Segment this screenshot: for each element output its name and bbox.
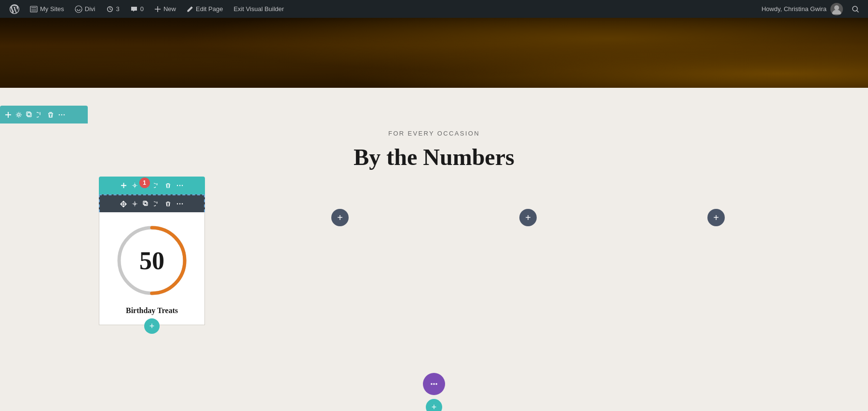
hero-image — [0, 18, 868, 88]
svg-point-4 — [18, 113, 20, 116]
section-more-icon[interactable] — [58, 111, 66, 118]
exit-builder-label: Exit Visual Builder — [233, 5, 284, 13]
numbers-section: FOR EVERY OCCASION By the Numbers — [0, 106, 868, 411]
section-power-icon[interactable] — [37, 111, 43, 118]
card-2-add-area: + — [246, 194, 434, 226]
new-menu[interactable]: New — [150, 0, 180, 18]
mod-settings-icon[interactable] — [132, 201, 138, 207]
card-number: 50 — [139, 247, 164, 275]
card-slot-1: 1 — [58, 194, 246, 358]
active-card-wrapper: 1 — [99, 194, 205, 325]
col-more-icon[interactable] — [176, 182, 184, 189]
svg-point-10 — [134, 185, 136, 187]
column-toolbar: 1 — [99, 177, 205, 194]
card-slot-2: + — [246, 194, 434, 358]
numbers-title: By the Numbers — [10, 144, 858, 170]
hero-texture — [0, 18, 868, 88]
bottom-purple-button[interactable] — [423, 373, 445, 395]
card-3-add-button[interactable]: + — [519, 209, 537, 226]
card-label: Birthday Treats — [107, 306, 197, 315]
svg-rect-5 — [27, 113, 31, 117]
card-box-1: 50 Birthday Treats — [99, 212, 205, 325]
mod-more-icon[interactable] — [176, 201, 184, 207]
search-icon[interactable] — [849, 2, 862, 16]
new-label: New — [163, 5, 176, 13]
cards-row: 1 — [10, 194, 858, 358]
card-2-add-button[interactable]: + — [331, 209, 349, 226]
circle-progress: 50 — [113, 222, 190, 299]
svg-point-19 — [177, 203, 178, 204]
comments-count: 0 — [140, 5, 144, 13]
card-4-add-button[interactable]: + — [707, 209, 725, 226]
divi-label: Divi — [85, 5, 95, 13]
updates-menu[interactable]: 3 — [102, 0, 123, 18]
svg-point-21 — [182, 203, 183, 204]
card-slot-4: + — [622, 194, 810, 358]
card-3-add-area: + — [434, 194, 622, 226]
mod-power-icon[interactable] — [154, 201, 160, 207]
svg-point-7 — [59, 114, 60, 115]
svg-rect-6 — [27, 112, 30, 116]
svg-point-2 — [834, 5, 839, 10]
svg-point-14 — [179, 185, 180, 186]
exit-builder-menu[interactable]: Exit Visual Builder — [230, 0, 288, 18]
my-sites-label: My Sites — [40, 5, 64, 13]
col-copy-icon[interactable]: 1 — [143, 182, 149, 189]
section-copy-icon[interactable] — [26, 111, 33, 118]
svg-point-1 — [75, 6, 82, 13]
bottom-add-area: + — [10, 358, 858, 411]
avatar[interactable] — [830, 3, 843, 15]
section-toolbar — [0, 106, 88, 123]
col-settings-icon[interactable] — [132, 182, 138, 189]
mod-copy-icon[interactable] — [143, 201, 149, 207]
svg-point-16 — [134, 203, 136, 205]
section-delete-icon[interactable] — [47, 111, 54, 118]
svg-point-13 — [176, 185, 177, 186]
my-sites-menu[interactable]: My Sites — [26, 0, 68, 18]
svg-rect-18 — [143, 201, 147, 205]
col-delete-icon[interactable] — [165, 182, 171, 189]
svg-point-8 — [61, 114, 63, 115]
wordpress-logo[interactable] — [6, 0, 23, 18]
svg-point-9 — [64, 114, 65, 115]
user-greeting: Howdy, Christina Gwira — [761, 5, 827, 13]
section-add-icon[interactable] — [5, 111, 12, 118]
svg-rect-17 — [144, 202, 148, 206]
updates-count: 3 — [116, 5, 120, 13]
page-content: FOR EVERY OCCASION By the Numbers — [0, 88, 868, 411]
svg-point-25 — [433, 383, 435, 385]
card-slot-3: + — [434, 194, 622, 358]
card-4-add-area: + — [622, 194, 810, 226]
numbers-subtitle: FOR EVERY OCCASION — [10, 130, 858, 137]
edit-page-label: Edit Page — [196, 5, 223, 13]
bottom-teal-button[interactable]: + — [426, 399, 442, 411]
module-toolbar — [99, 194, 205, 212]
col-power-icon[interactable] — [154, 182, 160, 189]
mod-move-icon[interactable] — [120, 201, 127, 207]
user-info: Howdy, Christina Gwira — [761, 2, 862, 16]
edit-page-menu[interactable]: Edit Page — [183, 0, 227, 18]
admin-bar: My Sites Divi 3 0 New Edit Page Exi — [0, 0, 868, 18]
badge-count: 1 — [139, 178, 150, 188]
comments-menu[interactable]: 0 — [126, 0, 148, 18]
svg-point-20 — [179, 203, 180, 204]
divi-menu[interactable]: Divi — [71, 0, 99, 18]
col-add-icon[interactable] — [121, 182, 127, 189]
svg-point-15 — [181, 185, 182, 186]
section-settings-icon[interactable] — [15, 111, 22, 118]
svg-point-26 — [435, 383, 437, 385]
card-inline-add-button[interactable]: + — [144, 318, 160, 334]
mod-delete-icon[interactable] — [165, 201, 171, 207]
svg-point-24 — [431, 383, 433, 385]
